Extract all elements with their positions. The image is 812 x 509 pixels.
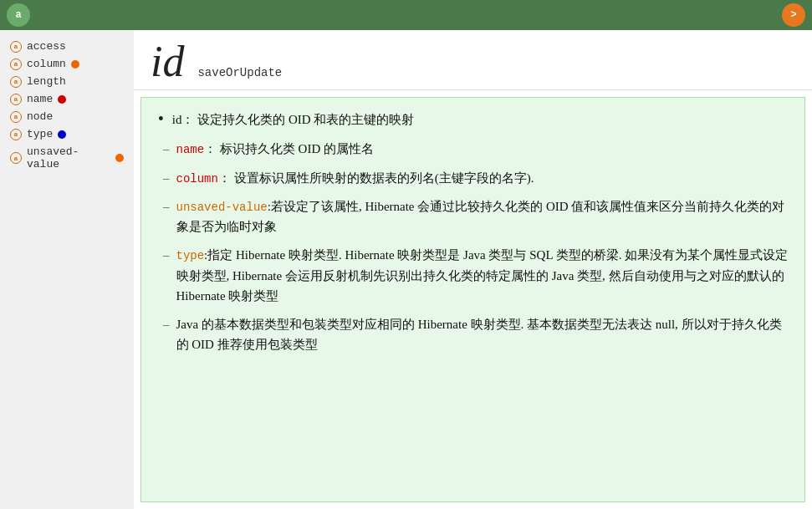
- sidebar-item-node[interactable]: anode: [7, 109, 127, 125]
- sidebar-icon-unsaved-value: a: [10, 152, 22, 164]
- header: id saveOrUpdate: [134, 30, 812, 90]
- bullet-symbol: •: [156, 109, 166, 130]
- sidebar-item-access[interactable]: aaccess: [7, 38, 127, 54]
- dot-type: [58, 130, 66, 139]
- sidebar-label-type: type: [27, 128, 53, 140]
- body-area: aaccessacolumnalengthanameanodeatypeauns…: [0, 30, 812, 509]
- dot-column: [71, 60, 79, 69]
- sub-item-text-4: Java 的基本数据类型和包装类型对应相同的 Hibernate 映射类型. 基…: [176, 314, 790, 354]
- main-content: id saveOrUpdate • id： 设定持久化类的 OID 和表的主键的…: [134, 30, 812, 509]
- sidebar-icon-name: a: [10, 94, 22, 105]
- sidebar-label-node: node: [27, 110, 53, 123]
- sub-item-text-1: column： 设置标识属性所映射的数据表的列名(主键字段的名字).: [176, 168, 534, 188]
- sidebar-item-length[interactable]: alength: [7, 74, 127, 89]
- header-subtitle: saveOrUpdate: [197, 66, 282, 79]
- sidebar-icon-length: a: [10, 76, 22, 88]
- sidebar-label-column: column: [27, 58, 66, 70]
- sidebar-item-unsaved-value[interactable]: aunsaved-value: [7, 144, 127, 172]
- sidebar-item-column[interactable]: acolumn: [7, 56, 127, 72]
- sidebar-item-type[interactable]: atype: [7, 126, 127, 142]
- sub-dash-3: –: [156, 245, 170, 305]
- top-bar: a >: [0, 0, 812, 30]
- sub-item-text-0: name： 标识持久化类 OID 的属性名: [176, 139, 375, 159]
- sub-keyword-2: unsaved-value: [176, 201, 268, 214]
- dot-name: [58, 95, 66, 104]
- sidebar: aaccessacolumnalengthanameanodeatypeauns…: [0, 30, 134, 509]
- main-bullet-text: id： 设定持久化类的 OID 和表的主键的映射: [172, 109, 415, 130]
- sub-list-item-0: –name： 标识持久化类 OID 的属性名: [156, 139, 789, 159]
- sub-item-text-3: type:指定 Hibernate 映射类型. Hibernate 映射类型是 …: [176, 245, 790, 305]
- avatar: a: [7, 3, 30, 27]
- sidebar-label-access: access: [27, 40, 66, 53]
- sidebar-icon-column: a: [10, 59, 22, 70]
- content-box: • id： 设定持久化类的 OID 和表的主键的映射 –name： 标识持久化类…: [140, 97, 805, 502]
- sidebar-label-unsaved-value: unsaved-value: [27, 145, 110, 171]
- main-bullet: • id： 设定持久化类的 OID 和表的主键的映射: [156, 109, 789, 130]
- sub-dash-4: –: [156, 314, 170, 354]
- sidebar-icon-node: a: [10, 111, 22, 123]
- sub-keyword-1: column: [176, 172, 218, 186]
- sub-list-item-4: –Java 的基本数据类型和包装类型对应相同的 Hibernate 映射类型. …: [156, 314, 789, 354]
- sub-keyword-0: name: [176, 143, 205, 156]
- sidebar-label-length: length: [27, 75, 66, 88]
- sub-dash-1: –: [156, 168, 170, 188]
- sidebar-icon-type: a: [10, 129, 22, 140]
- sub-dash-2: –: [156, 196, 170, 237]
- sub-list: –name： 标识持久化类 OID 的属性名–column： 设置标识属性所映射…: [156, 139, 789, 354]
- sidebar-label-name: name: [27, 93, 53, 105]
- sub-dash-0: –: [156, 139, 170, 159]
- top-right-button[interactable]: >: [782, 3, 805, 27]
- page-title: id: [151, 37, 184, 86]
- sub-item-text-2: unsaved-value:若设定了该属性, Hibernate 会通过比较持久…: [176, 196, 790, 237]
- sub-list-item-1: –column： 设置标识属性所映射的数据表的列名(主键字段的名字).: [156, 168, 789, 188]
- sub-list-item-3: –type:指定 Hibernate 映射类型. Hibernate 映射类型是…: [156, 245, 789, 305]
- sidebar-icon-access: a: [10, 41, 22, 53]
- sub-keyword-3: type: [176, 249, 205, 262]
- dot-unsaved-value: [115, 154, 124, 162]
- page-container: a > aaccessacolumnalengthanameanodeatype…: [0, 0, 812, 509]
- sidebar-item-name[interactable]: aname: [7, 91, 127, 107]
- sub-list-item-2: –unsaved-value:若设定了该属性, Hibernate 会通过比较持…: [156, 196, 789, 237]
